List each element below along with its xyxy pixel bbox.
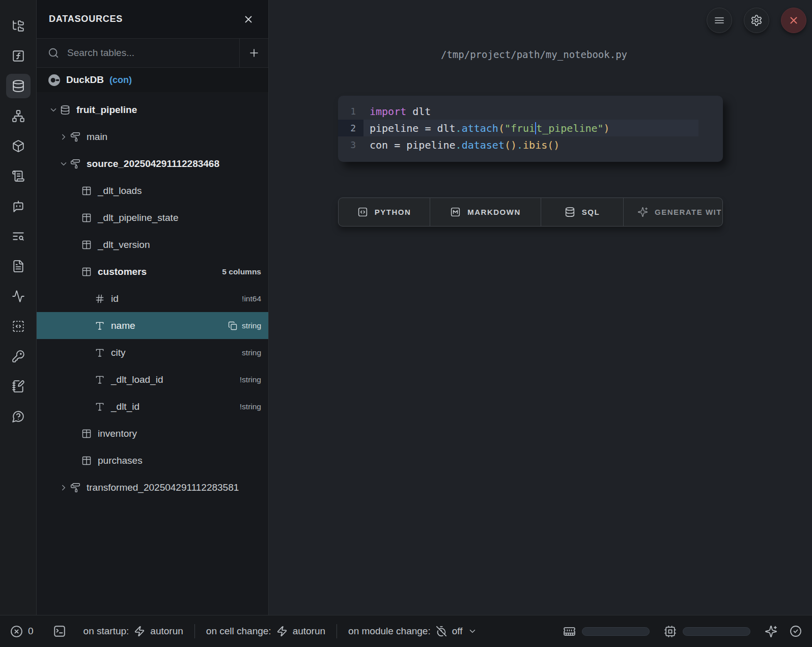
code-line-1[interactable]: 1import dlt <box>338 103 723 120</box>
tree-label: purchases <box>98 455 143 466</box>
tree-row-_dlt_version[interactable]: _dlt_version <box>37 231 268 258</box>
rail-item-tracing[interactable] <box>6 284 31 308</box>
type-icon <box>95 402 111 412</box>
rail-item-secrets[interactable] <box>6 344 31 369</box>
divider <box>194 624 195 638</box>
tree-row-customers[interactable]: customers5 columns <box>37 258 268 285</box>
error-counter[interactable]: 0 <box>10 625 34 638</box>
search-input[interactable] <box>67 47 239 59</box>
connection-row[interactable]: DuckDB (con) <box>37 68 268 92</box>
tree-row-meta: 5 columns <box>222 267 268 276</box>
tree-row-main[interactable]: main <box>37 123 268 150</box>
column-type: string <box>242 348 261 357</box>
tree-row-inventory[interactable]: inventory <box>37 420 268 447</box>
code-line-2[interactable]: 2pipeline = dlt.attach("fruit_pipeline") <box>338 120 723 136</box>
tree-label: fruit_pipeline <box>76 104 137 116</box>
folder-tree-icon <box>12 19 25 33</box>
cpu-meter-track <box>683 627 750 636</box>
ai-assistant-button[interactable] <box>765 625 777 638</box>
search-box <box>37 39 239 67</box>
rail-item-scratchpad[interactable] <box>6 314 31 339</box>
setting-on-cell-change[interactable]: on cell change:autorun <box>206 626 325 637</box>
menu-button[interactable] <box>707 8 732 33</box>
tree-row-source_202504291112283468[interactable]: source_202504291112283468 <box>37 150 268 177</box>
add-cell-button-group: PYTHONMARKDOWNSQLGENERATE WIT <box>338 198 723 227</box>
errors-icon <box>10 625 23 638</box>
rail-item-datasources[interactable] <box>6 74 31 98</box>
tree-row-meta: !string <box>240 375 268 384</box>
rail-item-chat[interactable] <box>6 194 31 218</box>
database-icon <box>12 79 25 93</box>
tree-label: _dlt_id <box>111 401 139 412</box>
table-icon <box>81 267 98 277</box>
rail-item-dependencies[interactable] <box>6 104 31 128</box>
network-icon <box>12 109 25 123</box>
sparkles-icon <box>637 207 648 217</box>
copy-icon[interactable] <box>228 321 237 330</box>
close-x-icon <box>788 15 799 26</box>
add-datasource-button[interactable] <box>239 39 268 67</box>
kernel-status-indicator[interactable] <box>790 625 802 637</box>
add-cell-markdown-button[interactable]: MARKDOWN <box>430 198 541 226</box>
chevron-down-icon[interactable] <box>49 105 60 115</box>
add-cell-generate-wit-button[interactable]: GENERATE WIT <box>624 198 722 226</box>
tree-row-_dlt_load_id[interactable]: _dlt_load_id!string <box>37 366 268 393</box>
box-icon <box>12 139 25 153</box>
search-row <box>37 39 268 68</box>
setting-on-startup[interactable]: on startup:autorun <box>83 626 183 637</box>
tree-row-meta: string <box>228 321 268 330</box>
bot-icon <box>12 200 25 213</box>
code-line-3[interactable]: 3con = pipeline.dataset().ibis() <box>338 136 723 153</box>
rail-item-snippets[interactable] <box>6 164 31 188</box>
close-panel-icon[interactable] <box>241 12 256 27</box>
tree-row-transformed_202504291112283581[interactable]: transformed_202504291112283581 <box>37 474 268 501</box>
add-cell-python-button[interactable]: PYTHON <box>339 198 430 226</box>
divider <box>337 624 337 638</box>
rail-item-functions[interactable] <box>6 44 31 68</box>
rail-item-logs[interactable] <box>6 224 31 248</box>
zap-icon <box>134 626 145 637</box>
tree-row-purchases[interactable]: purchases <box>37 447 268 474</box>
memory-icon <box>563 625 576 638</box>
settings-button[interactable] <box>744 8 769 33</box>
tree-label: transformed_202504291112283581 <box>87 482 239 493</box>
add-cell-sql-button[interactable]: SQL <box>541 198 624 226</box>
panel-title: DATASOURCES <box>49 14 123 24</box>
search-icon <box>48 47 59 59</box>
rail-item-documentation[interactable] <box>6 254 31 278</box>
chevron-down-icon <box>468 627 477 636</box>
rail-item-help[interactable] <box>6 404 31 429</box>
button-label: GENERATE WIT <box>655 208 722 216</box>
chevron-right-icon[interactable] <box>59 132 70 142</box>
tree-row-id[interactable]: id!int64 <box>37 285 268 312</box>
tree-row-meta: !int64 <box>242 294 268 303</box>
activity-icon <box>12 290 25 303</box>
column-type: !int64 <box>242 294 261 303</box>
table-icon <box>81 456 98 466</box>
code-cell[interactable]: 1import dlt2pipeline = dlt.attach("fruit… <box>338 96 723 162</box>
rail-item-file-tree[interactable] <box>6 14 31 38</box>
database-icon <box>60 105 76 115</box>
tree-row-_dlt_id[interactable]: _dlt_id!string <box>37 393 268 420</box>
rail-item-notes[interactable] <box>6 374 31 399</box>
tree-row-name[interactable]: namestring <box>37 312 268 339</box>
chevron-down-icon[interactable] <box>59 159 70 168</box>
tree-row-_dlt_loads[interactable]: _dlt_loads <box>37 177 268 204</box>
tree-label: source_202504291112283468 <box>87 158 219 170</box>
tree-label: customers <box>98 266 147 277</box>
close-button[interactable] <box>781 8 806 33</box>
sparkles-icon <box>765 625 777 638</box>
tree-row-city[interactable]: citystring <box>37 339 268 366</box>
chevron-right-icon[interactable] <box>59 483 70 492</box>
activity-rail <box>0 0 37 615</box>
type-icon <box>95 321 111 331</box>
line-number: 2 <box>338 120 363 136</box>
button-label: MARKDOWN <box>467 208 520 216</box>
tree-label: city <box>111 347 126 358</box>
rail-item-packages[interactable] <box>6 134 31 158</box>
setting-on-module-change[interactable]: on module change:off <box>348 626 477 637</box>
tree-row-fruit_pipeline[interactable]: fruit_pipeline <box>37 96 268 123</box>
type-icon <box>95 375 111 385</box>
tree-row-_dlt_pipeline_state[interactable]: _dlt_pipeline_state <box>37 204 268 231</box>
terminal-button[interactable] <box>53 625 66 638</box>
